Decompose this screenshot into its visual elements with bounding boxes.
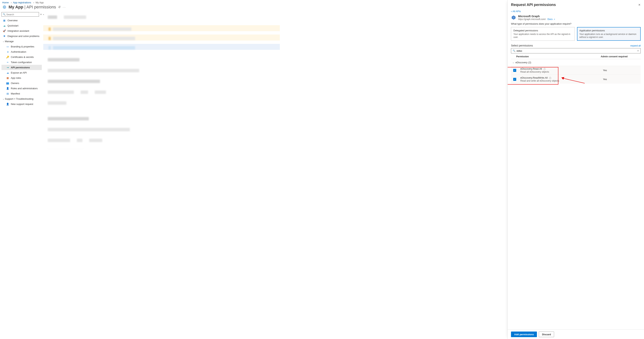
- chevron-down-icon: ⌄: [2, 40, 4, 42]
- nav-group-label: Support + Troubleshooting: [5, 97, 34, 100]
- search-icon: 🔍: [3, 13, 6, 16]
- nav-label: Manifest: [11, 92, 20, 95]
- api-permissions-icon: ⊸: [6, 66, 9, 69]
- nav-label: Certificates & secrets: [11, 56, 34, 59]
- page-title: My App | API permissions: [8, 5, 56, 10]
- wrench-icon: ✖: [2, 35, 6, 38]
- manifest-icon: ▤: [6, 92, 9, 95]
- nav-label: App roles: [11, 77, 21, 79]
- nav-label: Roles and administrators: [11, 87, 38, 90]
- breadcrumb-sep: ›: [10, 1, 12, 4]
- chevron-down-icon: ⌄: [2, 98, 4, 100]
- nav-token-config[interactable]: ╍ Token configuration: [2, 60, 42, 65]
- sidebar-search-input[interactable]: [6, 13, 38, 16]
- nav-authentication[interactable]: ➲ Authentication: [2, 49, 42, 54]
- nav-label: Diagnose and solve problems: [8, 35, 39, 38]
- nav-integration-assistant[interactable]: 🚀 Integration assistant: [2, 28, 42, 34]
- grid-icon: ▦: [2, 19, 6, 22]
- page-title-row: My App | API permissions ···: [0, 4, 280, 11]
- nav-label: Quickstart: [8, 24, 18, 27]
- rocket-icon: 🚀: [2, 30, 6, 32]
- sidebar-search[interactable]: 🔍: [2, 12, 39, 17]
- nav-label: Owners: [11, 82, 19, 85]
- nav-expose-api[interactable]: ☁ Expose an API: [2, 70, 42, 75]
- nav-roles-admin[interactable]: 👤 Roles and administrators: [2, 86, 42, 91]
- breadcrumb-sep: ›: [33, 1, 35, 4]
- nav-quickstart[interactable]: ☁ Quickstart: [2, 23, 42, 28]
- nav-app-roles[interactable]: ▦ App roles: [2, 75, 42, 81]
- clear-search-icon[interactable]: ✕: [40, 13, 42, 16]
- nav-label: Authentication: [11, 50, 26, 53]
- support-icon: 👤: [6, 103, 9, 106]
- expose-icon: ☁: [6, 71, 9, 74]
- nav-label: Token configuration: [11, 61, 32, 64]
- auth-icon: ➲: [6, 50, 9, 53]
- roles-icon: 👤: [6, 87, 9, 90]
- nav-overview[interactable]: ▦ Overview: [2, 18, 42, 23]
- main-content-blurred: [43, 11, 280, 149]
- breadcrumb-home[interactable]: Home: [2, 1, 10, 4]
- nav-label: Integration assistant: [8, 30, 29, 32]
- nav-group-support[interactable]: ⌄ Support + Troubleshooting: [2, 96, 42, 101]
- more-icon[interactable]: ···: [63, 6, 66, 9]
- key-icon: 🔑: [6, 56, 9, 59]
- nav-manifest[interactable]: ▤ Manifest: [2, 91, 42, 96]
- nav-label: API permissions: [11, 66, 30, 69]
- nav-branding[interactable]: ▭ Branding & properties: [2, 44, 42, 49]
- nav-label: New support request: [11, 103, 33, 106]
- nav-new-support-request[interactable]: 👤 New support request: [2, 101, 42, 107]
- cloud-icon: ☁: [2, 24, 6, 27]
- breadcrumb-app-registrations[interactable]: App registrations: [13, 1, 32, 4]
- breadcrumb-current: My App: [36, 1, 44, 4]
- nav-owners[interactable]: 👥 Owners: [2, 81, 42, 86]
- nav-diagnose[interactable]: ✖ Diagnose and solve problems: [2, 34, 42, 39]
- nav-group-label: Manage: [5, 40, 14, 43]
- owners-icon: 👥: [6, 82, 9, 85]
- token-icon: ╍: [6, 61, 9, 64]
- svg-point-1: [4, 7, 5, 8]
- breadcrumb: Home › App registrations › My App: [0, 0, 280, 4]
- nav-label: Expose an API: [11, 71, 27, 74]
- nav-label: Branding & properties: [11, 45, 34, 48]
- app-name: My App: [8, 5, 23, 9]
- app-icon: [2, 5, 7, 9]
- nav-group-manage[interactable]: ⌄ Manage: [2, 39, 42, 44]
- nav-certificates[interactable]: 🔑 Certificates & secrets: [2, 54, 42, 60]
- nav-label: Overview: [8, 19, 18, 22]
- nav-api-permissions[interactable]: ⊸ API permissions: [2, 65, 42, 70]
- app-roles-icon: ▦: [6, 77, 9, 79]
- page-name: API permissions: [26, 5, 56, 9]
- pin-icon[interactable]: [58, 6, 61, 9]
- sidebar: 🔍 ✕ « ▦ Overview ☁ Quickstart 🚀 Integrat…: [0, 11, 43, 149]
- branding-icon: ▭: [6, 45, 9, 48]
